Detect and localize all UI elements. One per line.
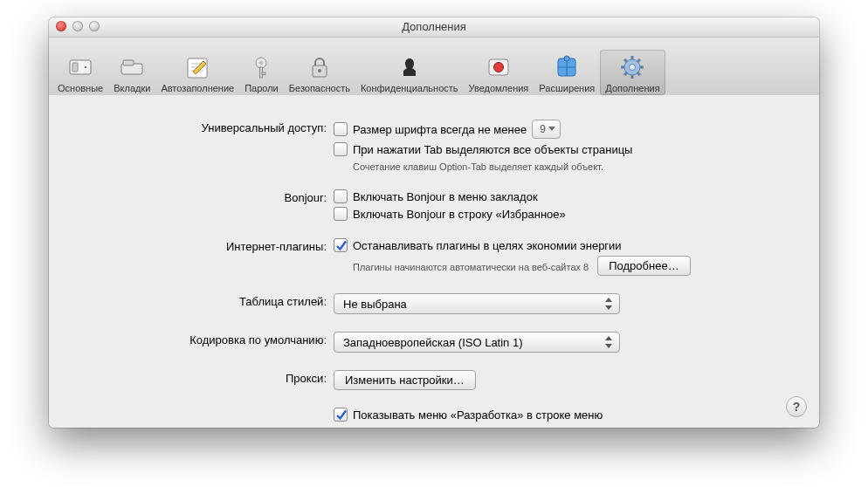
svg-point-21 [630, 65, 636, 71]
tab-advanced[interactable]: Дополнения [600, 50, 665, 95]
stylesheet-popup[interactable]: Не выбрана [334, 293, 620, 314]
svg-point-11 [259, 61, 263, 65]
encoding-popup[interactable]: Западноевропейская (ISO Latin 1) [334, 332, 620, 353]
tab-extensions[interactable]: Расширения [534, 50, 600, 95]
record-icon [485, 53, 513, 81]
section-label-accessibility: Универсальный доступ: [73, 120, 334, 134]
tab-general[interactable]: Основные [52, 50, 108, 95]
details-button[interactable]: Подробнее… [597, 256, 690, 276]
svg-point-2 [85, 66, 87, 69]
titlebar: Дополнения [49, 17, 819, 38]
checkbox-min-font-size[interactable] [334, 122, 348, 136]
tab-label: Безопасность [289, 83, 350, 93]
tab-label: Пароли [245, 83, 279, 93]
pencil-form-icon [183, 53, 211, 81]
section-label-encoding: Кодировка по умолчанию: [73, 332, 334, 346]
tab-label: Конфиденциальность [361, 83, 458, 93]
checkbox-label: При нажатии Tab выделяются все объекты с… [353, 143, 632, 156]
tab-label: Вкладки [114, 83, 150, 93]
tab-privacy[interactable]: Конфиденциальность [355, 50, 464, 95]
svg-point-15 [318, 69, 321, 72]
updown-icon [605, 335, 614, 349]
section-label-plugins: Интернет-плагины: [73, 238, 334, 253]
window-controls [56, 21, 100, 31]
checkbox-stop-plugins[interactable] [334, 238, 348, 252]
silhouette-icon [396, 53, 424, 81]
gear-icon [618, 53, 646, 81]
preferences-window: Дополнения Основные Вкладки Автозаполнен… [49, 17, 819, 428]
updown-icon [605, 297, 614, 311]
key-icon [247, 53, 275, 81]
window-title: Дополнения [402, 20, 466, 33]
close-window-button[interactable] [56, 21, 66, 31]
tab-tabs[interactable]: Вкладки [108, 50, 155, 95]
help-button[interactable]: ? [786, 396, 807, 417]
tab-security[interactable]: Безопасность [284, 50, 355, 95]
tab-label: Уведомления [469, 83, 529, 93]
section-label-stylesheet: Таблица стилей: [73, 293, 334, 308]
tab-autofill[interactable]: Автозаполнение [155, 50, 239, 95]
tab-icon [118, 53, 146, 81]
hint-text: Сочетание клавиш Option-Tab выделяет каж… [353, 161, 795, 172]
switch-icon [66, 53, 94, 81]
tab-notifications[interactable]: Уведомления [464, 50, 534, 95]
svg-rect-1 [72, 63, 78, 72]
svg-rect-13 [262, 72, 265, 75]
section-label-proxies: Прокси: [73, 370, 334, 385]
tab-label: Основные [58, 83, 103, 93]
svg-line-27 [637, 72, 640, 75]
checkbox-label: Показывать меню «Разработка» в строке ме… [353, 408, 603, 422]
checkbox-label: Включать Bonjour в меню закладок [353, 190, 538, 203]
lock-icon [306, 53, 334, 81]
toolbar: Основные Вкладки Автозаполнение Пароли [49, 38, 819, 98]
checkbox-bonjour-favorites[interactable] [334, 207, 348, 221]
svg-line-26 [624, 59, 627, 62]
tab-label: Расширения [539, 83, 595, 93]
checkbox-label: Включать Bonjour в строку «Избранное» [353, 208, 566, 221]
checkbox-label: Размер шрифта всегда не менее [353, 123, 527, 136]
checkbox-label: Останавливать плагины в целях экономии э… [353, 239, 622, 252]
hint-text: Плагины начинаются автоматически на веб-… [353, 262, 589, 272]
popup-value: Западноевропейская (ISO Latin 1) [343, 336, 523, 349]
checkbox-tab-highlight[interactable] [334, 142, 348, 156]
minimize-window-button[interactable] [72, 21, 83, 31]
svg-point-19 [564, 56, 569, 61]
content-pane: Универсальный доступ: Размер шрифта всег… [49, 95, 819, 428]
checkbox-bonjour-bookmarks[interactable] [334, 189, 348, 203]
tab-passwords[interactable]: Пароли [239, 50, 284, 95]
checkbox-show-develop-menu[interactable] [334, 408, 348, 422]
popup-value: Не выбрана [343, 298, 407, 311]
svg-point-17 [493, 63, 503, 72]
svg-rect-4 [123, 60, 134, 65]
tab-label: Автозаполнение [161, 83, 234, 93]
change-settings-button[interactable]: Изменить настройки… [334, 370, 476, 390]
tab-label: Дополнения [605, 83, 659, 93]
section-label-bonjour: Bonjour: [73, 189, 334, 204]
svg-line-28 [637, 59, 640, 62]
svg-line-29 [624, 72, 627, 75]
font-size-stepper[interactable]: 9 [532, 120, 561, 139]
puzzle-icon [553, 53, 581, 81]
zoom-window-button[interactable] [89, 21, 100, 31]
